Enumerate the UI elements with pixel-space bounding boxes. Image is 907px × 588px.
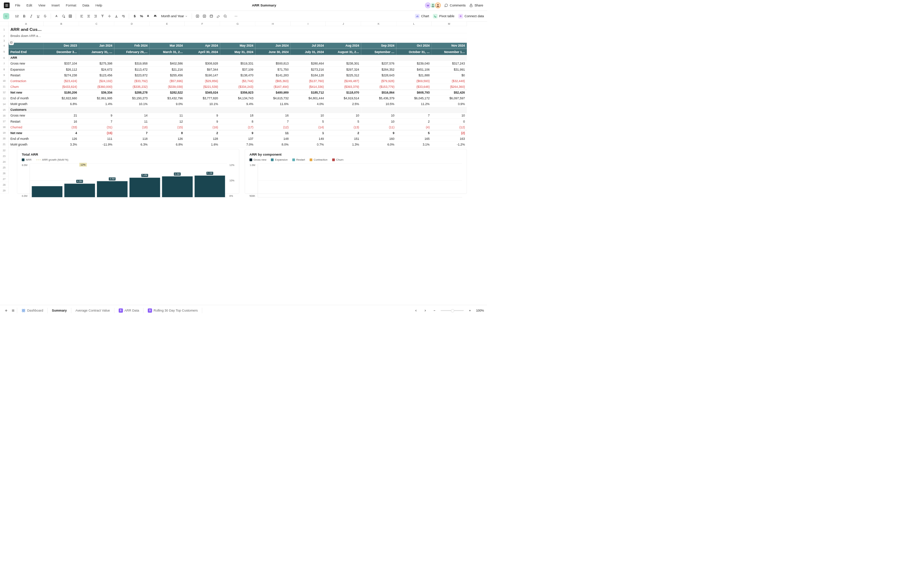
cell[interactable]: Gross new xyxy=(9,113,44,119)
cell[interactable]: 160 xyxy=(361,136,396,142)
cell[interactable]: Apr 2024 xyxy=(185,43,220,49)
row-header[interactable]: 14 xyxy=(0,101,9,107)
cell[interactable] xyxy=(220,39,255,43)
cell[interactable]: $356,923 xyxy=(220,89,255,95)
cell[interactable]: 2 xyxy=(396,119,432,125)
cell[interactable]: (18) xyxy=(114,125,149,130)
cell[interactable]: $21,216 xyxy=(150,67,185,72)
percent-button[interactable]: % xyxy=(139,13,144,19)
cell[interactable]: Restart xyxy=(9,72,44,78)
cell[interactable]: 7 xyxy=(255,119,291,125)
row-header[interactable]: 20 xyxy=(0,136,9,142)
cell[interactable]: 11.6% xyxy=(255,101,291,107)
cell[interactable] xyxy=(361,33,396,39)
cell[interactable] xyxy=(255,39,291,43)
col-header[interactable]: L xyxy=(396,21,432,26)
cell[interactable]: (33) xyxy=(44,125,79,130)
cell[interactable]: November 1… xyxy=(432,49,467,55)
cell[interactable]: ($32,448) xyxy=(432,78,467,84)
cell[interactable]: End of month xyxy=(9,136,44,142)
cell[interactable] xyxy=(185,107,220,113)
freeze-button[interactable] xyxy=(208,13,214,19)
cell[interactable] xyxy=(326,26,361,33)
cell[interactable]: 9 xyxy=(361,130,396,136)
cell[interactable]: ($393,379) xyxy=(326,84,361,89)
cell[interactable] xyxy=(291,26,326,33)
tab-dashboard[interactable]: Dashboard xyxy=(18,307,46,314)
wrap-button[interactable] xyxy=(120,13,126,19)
menu-file[interactable]: File xyxy=(15,3,21,7)
col-header[interactable]: H xyxy=(255,21,291,26)
cell[interactable] xyxy=(79,39,114,43)
row-header[interactable]: 4 xyxy=(0,43,9,49)
cell[interactable]: $185,712 xyxy=(291,89,326,95)
cell[interactable]: $5,436,379 xyxy=(361,95,396,101)
cell[interactable]: 0.7% xyxy=(291,142,326,147)
cell[interactable]: $402,586 xyxy=(150,61,185,67)
cell[interactable]: $308,928 xyxy=(185,61,220,67)
cell[interactable]: ARR xyxy=(9,55,44,61)
cell[interactable]: (15) xyxy=(79,130,114,136)
cell[interactable] xyxy=(361,39,396,43)
corner-cell[interactable] xyxy=(0,21,9,26)
cell[interactable] xyxy=(79,107,114,113)
cell[interactable]: (12) xyxy=(432,125,467,130)
cell[interactable] xyxy=(326,107,361,113)
cell[interactable]: (17) xyxy=(220,125,255,130)
cell[interactable] xyxy=(114,26,149,33)
row-header[interactable]: 1 xyxy=(0,26,9,33)
assistant-icon[interactable] xyxy=(3,13,9,19)
row-header[interactable]: 29 xyxy=(0,188,9,193)
cell[interactable]: (12) xyxy=(255,125,291,130)
row-header[interactable]: 2 xyxy=(0,33,9,39)
cell[interactable]: $274,238 xyxy=(44,72,79,78)
align-right-button[interactable] xyxy=(93,13,98,19)
cell[interactable]: $4,615,732 xyxy=(255,95,291,101)
cell[interactable]: $4,801,444 xyxy=(291,95,326,101)
delete-button[interactable] xyxy=(202,13,207,19)
cell[interactable]: 21 xyxy=(44,113,79,119)
cell[interactable]: 10 xyxy=(291,113,326,119)
cell[interactable]: 9 xyxy=(185,119,220,125)
row-header[interactable]: 6 xyxy=(0,55,9,61)
cell[interactable]: Breaks down ARR and customer growth over… xyxy=(9,33,44,39)
cell[interactable] xyxy=(44,33,79,39)
row-header[interactable]: 10 xyxy=(0,78,9,84)
valign-bot-button[interactable] xyxy=(114,13,119,19)
col-header[interactable]: D xyxy=(114,21,149,26)
cell[interactable]: ($23,424) xyxy=(44,78,79,84)
cell[interactable]: 9 xyxy=(220,130,255,136)
search-button[interactable] xyxy=(223,13,228,19)
cell[interactable]: $138,470 xyxy=(220,72,255,78)
cell[interactable]: ($57,696) xyxy=(150,78,185,84)
cell[interactable] xyxy=(79,26,114,33)
cell[interactable]: $480,989 xyxy=(255,89,291,95)
cell[interactable] xyxy=(185,26,220,33)
cell[interactable]: January 31, … xyxy=(79,49,114,55)
comments-button[interactable]: Comments xyxy=(444,3,466,7)
cell[interactable] xyxy=(291,107,326,113)
cell[interactable]: ($360,000) xyxy=(79,84,114,89)
cell[interactable] xyxy=(326,39,361,43)
cell[interactable]: 11 xyxy=(255,130,291,136)
cell[interactable]: $2,822,660 xyxy=(44,95,79,101)
cell[interactable] xyxy=(114,39,149,43)
cell[interactable] xyxy=(185,33,220,39)
col-header[interactable]: F xyxy=(185,21,220,26)
cell[interactable]: 1.6% xyxy=(185,142,220,147)
cell[interactable] xyxy=(44,39,79,43)
cell[interactable]: 6.0% xyxy=(361,142,396,147)
cell[interactable]: ($433,824) xyxy=(44,84,79,89)
col-header[interactable]: J xyxy=(326,21,361,26)
cell[interactable]: March 31, 2… xyxy=(150,49,185,55)
borders-button[interactable] xyxy=(67,13,73,19)
row-header[interactable]: 3 xyxy=(0,39,9,43)
cell[interactable]: MoM growth xyxy=(9,101,44,107)
col-header[interactable]: G xyxy=(220,21,255,26)
cell[interactable] xyxy=(432,107,467,113)
cell[interactable] xyxy=(255,55,291,61)
decimal-dec-button[interactable]: .0 xyxy=(146,13,151,19)
cell[interactable]: $180,206 xyxy=(44,89,79,95)
row-header[interactable]: 25 xyxy=(0,165,9,171)
cell[interactable]: 10.1% xyxy=(114,101,149,107)
